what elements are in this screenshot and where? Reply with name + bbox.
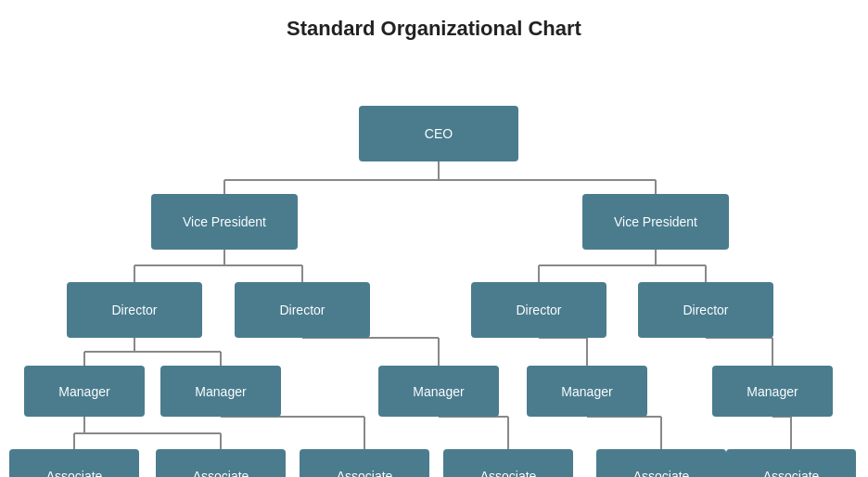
dir4-node: Director: [638, 282, 773, 338]
mgr2-node: Manager: [160, 366, 281, 417]
ceo-node: CEO: [359, 106, 518, 161]
assoc2-node: Associate: [156, 449, 286, 477]
mgr4-node: Manager: [527, 366, 647, 417]
assoc3-node: Associate: [300, 449, 429, 477]
vp2-node: Vice President: [582, 194, 729, 250]
dir1-node: Director: [67, 282, 202, 338]
assoc1-node: Associate: [9, 449, 139, 477]
assoc4-node: Associate: [443, 449, 573, 477]
mgr3-node: Manager: [378, 366, 499, 417]
mgr5-node: Manager: [712, 366, 833, 417]
org-chart: CEO Vice President Vice President Direct…: [7, 50, 861, 477]
assoc5-node: Associate: [596, 449, 726, 477]
dir2-node: Director: [235, 282, 370, 338]
assoc6-node: Associate: [726, 449, 856, 477]
mgr1-node: Manager: [24, 366, 145, 417]
vp1-node: Vice President: [151, 194, 298, 250]
chart-title: Standard Organizational Chart: [287, 17, 581, 41]
dir3-node: Director: [471, 282, 606, 338]
